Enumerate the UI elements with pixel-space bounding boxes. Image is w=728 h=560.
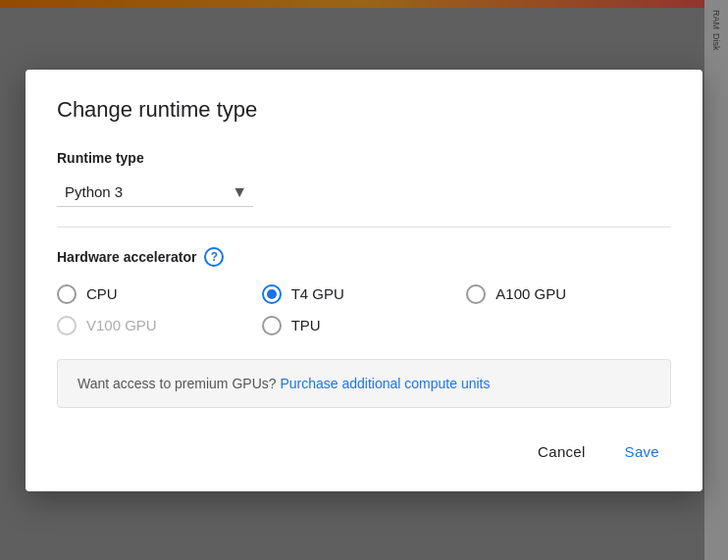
runtime-dropdown-wrapper: Python 3 R ▼: [57, 178, 253, 207]
radio-a100gpu-label: A100 GPU: [495, 285, 566, 302]
radio-option-a100gpu[interactable]: A100 GPU: [466, 284, 671, 304]
runtime-type-label: Runtime type: [57, 150, 671, 166]
save-button[interactable]: Save: [613, 435, 671, 468]
help-icon[interactable]: ?: [204, 247, 224, 267]
radio-option-v100gpu: V100 GPU: [57, 316, 262, 335]
radio-t4gpu-inner: [267, 289, 277, 299]
cancel-button[interactable]: Cancel: [526, 435, 598, 468]
radio-t4gpu-label: T4 GPU: [291, 285, 344, 302]
radio-tpu-circle: [262, 316, 282, 335]
info-box: Want access to premium GPUs? Purchase ad…: [57, 359, 671, 408]
radio-t4gpu-circle: [262, 284, 282, 304]
info-box-text: Want access to premium GPUs?: [78, 376, 277, 391]
radio-option-t4gpu[interactable]: T4 GPU: [262, 284, 467, 304]
radio-option-tpu[interactable]: TPU: [262, 316, 467, 335]
radio-tpu-label: TPU: [291, 317, 321, 333]
radio-a100gpu-circle: [466, 284, 486, 304]
runtime-type-select[interactable]: Python 3 R: [57, 178, 253, 207]
dialog-footer: Cancel Save: [57, 435, 671, 468]
radio-v100gpu-circle: [57, 316, 77, 335]
change-runtime-dialog: Change runtime type Runtime type Python …: [26, 70, 702, 491]
radio-option-cpu[interactable]: CPU: [57, 284, 262, 304]
info-box-link[interactable]: Purchase additional compute units: [280, 376, 490, 391]
dialog-title: Change runtime type: [57, 97, 671, 123]
radio-v100gpu-label: V100 GPU: [86, 317, 157, 333]
hw-label-row: Hardware accelerator ?: [57, 247, 671, 267]
radio-cpu-circle: [57, 284, 77, 304]
radio-cpu-label: CPU: [86, 285, 118, 302]
section-divider: [57, 227, 671, 228]
hw-accelerator-label: Hardware accelerator: [57, 249, 196, 265]
hardware-options-grid: CPU T4 GPU A100 GPU V100 GPU TPU: [57, 284, 671, 335]
